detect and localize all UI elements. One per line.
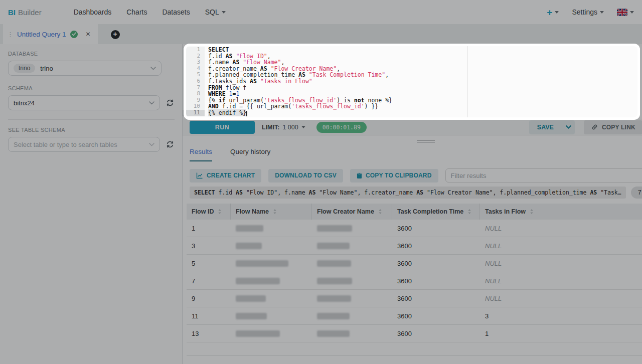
sort-icon[interactable]: [273, 209, 277, 215]
sort-icon[interactable]: [530, 209, 534, 215]
column-header-task-completion-time[interactable]: Task Completion Time: [392, 204, 480, 220]
filter-results-input[interactable]: [445, 168, 642, 183]
table-row[interactable]: 1336001: [187, 325, 642, 342]
column-header-flow-id[interactable]: Flow ID: [187, 204, 231, 220]
navbar-right: + Settings: [547, 8, 634, 17]
brand-bi: BI: [8, 8, 16, 17]
nav-dashboards[interactable]: Dashboards: [74, 8, 112, 16]
query-preview[interactable]: SELECT f.id AS "Flow ID", f.name AS "Flo…: [190, 187, 626, 199]
cell-flow-id: 13: [187, 325, 231, 342]
code-token: ) }}: [365, 103, 379, 110]
refresh-schema-icon[interactable]: [166, 99, 174, 107]
sort-icon[interactable]: [218, 209, 222, 215]
table-search-select[interactable]: Select table or type to search tables: [8, 137, 160, 152]
run-button[interactable]: RUN: [190, 121, 255, 134]
column-header-flow-creator-name[interactable]: Flow Creator Name: [312, 204, 392, 220]
line-number: 2: [183, 53, 205, 60]
line-number: 4: [183, 66, 205, 72]
row-count-badge: 7 rows: [631, 187, 642, 199]
tab-query-history[interactable]: Query history: [230, 146, 270, 161]
copy-link-label: COPY LINK: [602, 124, 635, 131]
new-tab-button[interactable]: +: [111, 30, 120, 39]
table-row[interactable]: 53600NULL: [187, 255, 642, 272]
new-item-button[interactable]: +: [547, 8, 559, 17]
download-csv-button[interactable]: DOWNLOAD TO CSV: [268, 169, 343, 183]
sql-editor[interactable]: 1234567891011 SELECTf.id AS "Flow ID",f.…: [183, 44, 642, 119]
code-token: [257, 78, 260, 85]
cell-flow-id: 1: [187, 220, 231, 237]
uk-flag-icon: [617, 9, 627, 16]
cell-task-completion-time: 3600: [392, 325, 480, 342]
table-row[interactable]: 93600NULL: [187, 290, 642, 307]
redacted-value: [317, 330, 350, 337]
cell-task-completion-time: 3600: [392, 290, 480, 307]
code-token: 'tasks_flows_flow_id': [291, 103, 364, 110]
preview-token: f.id: [215, 189, 236, 196]
settings-label: Settings: [572, 8, 597, 16]
limit-dropdown[interactable]: LIMIT: 1 000: [262, 124, 305, 131]
sidebar: DATABASE trino trino SCHEMA bitrix24: [0, 44, 183, 364]
close-tab-icon[interactable]: ✕: [86, 31, 91, 38]
editor-lines[interactable]: SELECTf.id AS "Flow ID",f.name AS "Flow …: [205, 47, 642, 116]
results-actions: CREATE CHART DOWNLOAD TO CSV COPY TO CLI…: [183, 168, 642, 183]
tab-results[interactable]: Results: [190, 146, 212, 161]
cell-flow-creator-name: [312, 290, 392, 307]
preview-token: AS: [236, 189, 243, 196]
nav-datasets[interactable]: Datasets: [162, 8, 190, 16]
settings-menu[interactable]: Settings: [572, 8, 604, 16]
pane-splitter[interactable]: [183, 135, 642, 146]
save-options-button[interactable]: [562, 120, 575, 134]
cell-flow-name: [231, 220, 312, 237]
code-token: {% endif %}: [208, 109, 246, 116]
column-label: Flow ID: [192, 208, 214, 215]
sort-icon[interactable]: [467, 209, 471, 215]
code-line[interactable]: FROM flow f: [205, 85, 642, 91]
schema-select[interactable]: bitrix24: [8, 95, 160, 110]
code-token: ,: [385, 71, 389, 78]
cell-tasks-in-flow: NULL: [480, 290, 642, 307]
preview-token: SELECT: [194, 189, 215, 196]
column-header-tasks-in-flow[interactable]: Tasks in Flow: [480, 204, 642, 220]
copy-clipboard-button[interactable]: COPY TO CLIPBOARD: [350, 169, 438, 183]
column-label: Flow Creator Name: [317, 208, 374, 215]
database-select[interactable]: trino trino: [8, 61, 162, 76]
tab-untitled-query[interactable]: ⋮ Untitled Query 1 ✕: [3, 24, 98, 44]
code-line[interactable]: AND f.id = {{ url_param('tasks_flows_flo…: [205, 103, 642, 110]
refresh-tables-icon[interactable]: [166, 140, 174, 148]
cell-flow-id: 3: [187, 237, 231, 254]
copy-link-button[interactable]: COPY LINK: [584, 120, 642, 134]
nav-charts[interactable]: Charts: [126, 8, 147, 16]
brand-builder: Builder: [18, 8, 42, 17]
brand-logo[interactable]: BI Builder: [8, 8, 42, 17]
create-chart-button[interactable]: CREATE CHART: [190, 169, 261, 183]
code-line[interactable]: {% endif %}: [205, 110, 642, 116]
line-number: 1: [183, 47, 205, 53]
sidebar-divider: [8, 119, 175, 120]
table-row[interactable]: 33600NULL: [187, 237, 642, 255]
chevron-down-icon: [222, 11, 226, 14]
preview-token: AS: [309, 189, 316, 196]
column-header-flow-name[interactable]: Flow Name: [231, 204, 312, 220]
cell-task-completion-time: 3600: [392, 255, 480, 272]
cell-flow-creator-name: [312, 220, 392, 237]
results-tabbar: Results Query history: [183, 146, 642, 161]
chart-icon: [196, 172, 203, 179]
table-row[interactable]: 1136003: [187, 307, 642, 325]
table-row[interactable]: 73600NULL: [187, 272, 642, 290]
language-selector[interactable]: [617, 9, 634, 16]
nav-sql[interactable]: SQL: [205, 8, 226, 16]
table-row[interactable]: 13600NULL: [187, 220, 642, 237]
splitter-grip-icon[interactable]: [417, 140, 435, 144]
query-preview-row: SELECT f.id AS "Flow ID", f.name AS "Flo…: [183, 187, 642, 199]
line-number: 7: [183, 85, 205, 91]
sort-icon[interactable]: [378, 209, 382, 215]
query-timer-badge: 00:00:01.89: [316, 122, 367, 133]
chevron-down-icon: [600, 11, 604, 14]
drag-handle-icon[interactable]: ⋮: [7, 31, 13, 38]
save-button[interactable]: SAVE: [529, 120, 562, 134]
cell-flow-name: [231, 272, 312, 289]
redacted-value: [317, 295, 351, 302]
redacted-value: [236, 260, 288, 267]
chevron-down-icon: [149, 101, 154, 105]
code-line[interactable]: f.tasks_ids AS "Tasks in Flow": [205, 78, 642, 85]
